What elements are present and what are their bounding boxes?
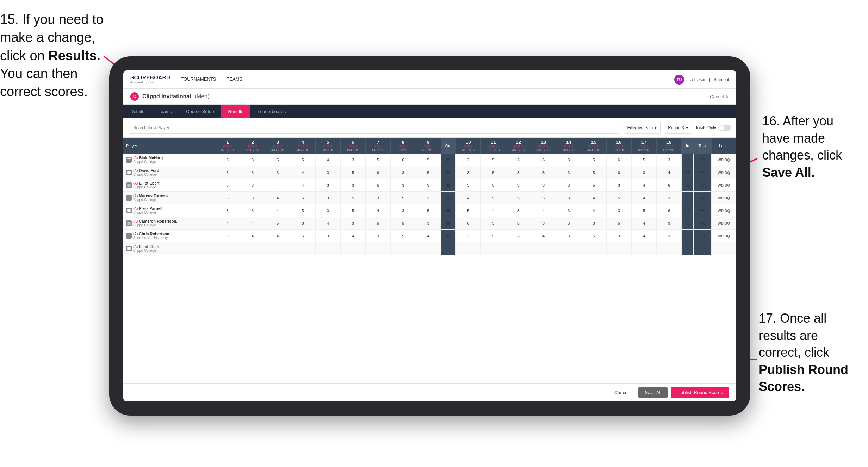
score-hole-5[interactable]: 3 <box>315 192 340 204</box>
score-hole-16[interactable]: 3 <box>606 179 631 192</box>
score-label[interactable]: WD DQ <box>712 166 736 179</box>
score-hole-17[interactable]: 4 <box>631 179 656 192</box>
score-hole-16[interactable]: 5 <box>606 192 631 204</box>
score-hole-12[interactable]: 3 <box>506 179 531 192</box>
score-hole-1[interactable]: - <box>215 242 240 255</box>
score-hole-4[interactable]: 5 <box>290 154 315 166</box>
score-hole-12[interactable]: 3 <box>506 204 531 217</box>
score-hole-15[interactable]: 5 <box>581 230 606 242</box>
score-hole-8[interactable]: 3 <box>391 179 416 192</box>
score-label[interactable]: WD DQ <box>712 192 736 204</box>
score-hole-15[interactable]: 5 <box>581 166 606 179</box>
publish-round-scores-button[interactable]: Publish Round Scores <box>671 387 729 398</box>
score-hole-7[interactable]: 3 <box>366 192 391 204</box>
score-hole-16[interactable]: 5 <box>606 217 631 230</box>
score-hole-13[interactable]: - <box>531 242 556 255</box>
score-hole-2[interactable]: 3 <box>240 179 265 192</box>
score-hole-7[interactable]: 5 <box>366 217 391 230</box>
score-hole-3[interactable]: 4 <box>265 230 290 242</box>
score-hole-15[interactable]: 5 <box>581 154 606 166</box>
sign-out-link[interactable]: Sign out <box>714 77 729 82</box>
score-hole-5[interactable]: 3 <box>315 230 340 242</box>
score-hole-4[interactable]: 4 <box>290 179 315 192</box>
score-hole-17[interactable]: 4 <box>631 217 656 230</box>
score-hole-1[interactable]: 5 <box>215 179 240 192</box>
score-hole-18[interactable]: 6 <box>657 204 682 217</box>
score-hole-3[interactable]: 5 <box>265 217 290 230</box>
score-hole-17[interactable]: - <box>631 242 656 255</box>
score-label[interactable] <box>712 242 736 255</box>
nav-tournaments[interactable]: TOURNAMENTS <box>181 76 216 82</box>
score-hole-4[interactable]: 5 <box>290 192 315 204</box>
score-hole-15[interactable]: 4 <box>581 204 606 217</box>
round-dropdown[interactable]: Round 3 ▾ <box>664 122 692 134</box>
score-hole-8[interactable]: - <box>391 242 416 255</box>
score-hole-12[interactable]: - <box>506 242 531 255</box>
score-hole-1[interactable]: 3 <box>215 230 240 242</box>
score-hole-18[interactable]: 3 <box>657 192 682 204</box>
score-hole-18[interactable]: 6 <box>657 179 682 192</box>
score-hole-7[interactable]: 6 <box>366 166 391 179</box>
score-hole-6[interactable]: 4 <box>340 230 365 242</box>
score-label[interactable]: WD DQ <box>712 154 736 166</box>
score-hole-2[interactable]: 4 <box>240 230 265 242</box>
score-hole-4[interactable]: - <box>290 242 315 255</box>
score-label[interactable]: WD DQ <box>712 204 736 217</box>
score-hole-14[interactable]: 3 <box>556 166 581 179</box>
tab-leaderboards[interactable]: Leaderboards <box>250 105 293 118</box>
score-hole-3[interactable]: 5 <box>265 154 290 166</box>
score-hole-8[interactable]: 3 <box>391 166 416 179</box>
score-hole-11[interactable]: 5 <box>481 166 506 179</box>
score-hole-16[interactable]: 6 <box>606 166 631 179</box>
score-hole-15[interactable]: 4 <box>581 192 606 204</box>
score-hole-6[interactable]: 3 <box>340 217 365 230</box>
score-hole-8[interactable]: 5 <box>391 217 416 230</box>
toggle-switch[interactable] <box>718 125 731 131</box>
score-hole-6[interactable]: 5 <box>340 192 365 204</box>
score-label[interactable]: WD DQ <box>712 179 736 192</box>
score-hole-2[interactable]: 4 <box>240 217 265 230</box>
score-hole-9[interactable]: 5 <box>416 166 441 179</box>
score-hole-7[interactable]: - <box>366 242 391 255</box>
score-hole-2[interactable]: - <box>240 242 265 255</box>
score-hole-10[interactable]: 3 <box>456 230 481 242</box>
score-hole-7[interactable]: 3 <box>366 230 391 242</box>
score-hole-14[interactable]: 3 <box>556 204 581 217</box>
score-hole-14[interactable]: 3 <box>556 217 581 230</box>
score-hole-5[interactable]: 3 <box>315 179 340 192</box>
score-hole-11[interactable]: - <box>481 242 506 255</box>
score-hole-6[interactable]: 3 <box>340 154 365 166</box>
score-hole-10[interactable]: 3 <box>456 154 481 166</box>
scores-container[interactable]: Player 1 PAR 4 370 YDS 2 PAR 5 511 YDS <box>123 138 736 383</box>
score-hole-12[interactable]: 5 <box>506 192 531 204</box>
sort-handle[interactable] <box>126 246 132 251</box>
score-hole-1[interactable]: 6 <box>215 166 240 179</box>
score-hole-18[interactable]: 3 <box>657 154 682 166</box>
score-hole-12[interactable]: 3 <box>506 166 531 179</box>
tab-results[interactable]: Results <box>221 105 250 118</box>
score-hole-6[interactable]: 5 <box>340 166 365 179</box>
score-hole-12[interactable]: 3 <box>506 230 531 242</box>
score-hole-3[interactable]: 4 <box>265 192 290 204</box>
score-hole-2[interactable]: 3 <box>240 154 265 166</box>
tab-details[interactable]: Details <box>123 105 151 118</box>
score-hole-10[interactable]: 5 <box>456 204 481 217</box>
score-hole-17[interactable]: 5 <box>631 204 656 217</box>
score-hole-5[interactable]: - <box>315 242 340 255</box>
score-hole-9[interactable]: 4 <box>416 230 441 242</box>
score-label[interactable]: WD DQ <box>712 230 736 242</box>
score-hole-11[interactable]: 5 <box>481 154 506 166</box>
score-hole-5[interactable]: 3 <box>315 166 340 179</box>
search-input[interactable] <box>129 122 620 134</box>
score-hole-16[interactable]: 6 <box>606 154 631 166</box>
score-hole-10[interactable]: 4 <box>456 192 481 204</box>
score-hole-13[interactable]: 5 <box>531 192 556 204</box>
cancel-tournament-button[interactable]: Cancel ✕ <box>710 94 729 99</box>
score-hole-7[interactable]: 4 <box>366 204 391 217</box>
score-hole-16[interactable]: - <box>606 242 631 255</box>
score-hole-14[interactable]: 3 <box>556 230 581 242</box>
score-hole-17[interactable]: 4 <box>631 192 656 204</box>
score-hole-8[interactable]: 5 <box>391 230 416 242</box>
score-hole-1[interactable]: 4 <box>215 217 240 230</box>
score-hole-11[interactable]: 5 <box>481 230 506 242</box>
